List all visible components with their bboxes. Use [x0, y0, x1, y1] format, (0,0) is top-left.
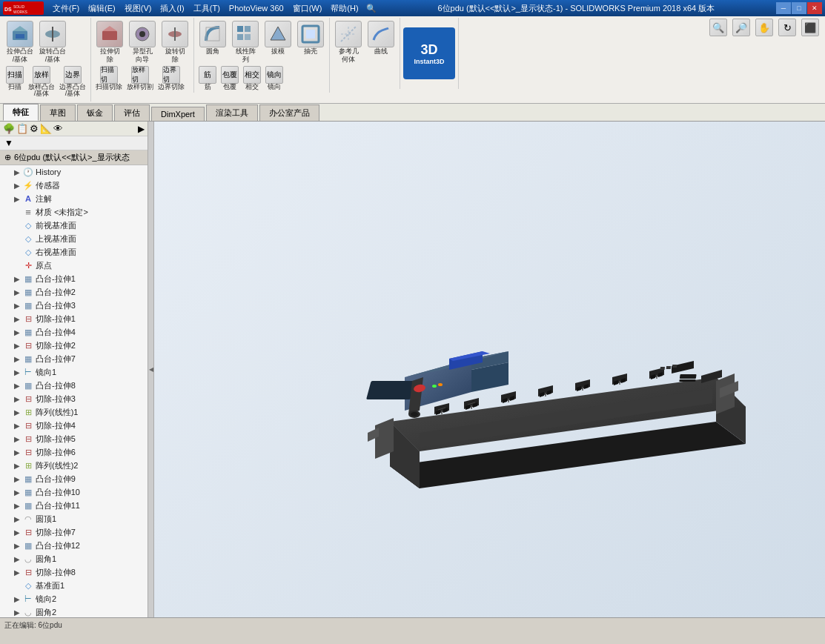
rib-btn[interactable]: 筋 筋 [197, 65, 218, 92]
view-zoom-in[interactable]: 🔍 [708, 18, 729, 37]
tree-item-boss12[interactable]: ▶ ▦ 凸台-拉伸12 [0, 539, 148, 552]
boss10-expand: ▶ [12, 487, 22, 497]
tree-item-boss10[interactable]: ▶ ▦ 凸台-拉伸10 [0, 485, 148, 499]
menu-window[interactable]: 窗口(W) [288, 3, 327, 14]
more-icon[interactable]: ▶ [138, 124, 145, 134]
tree-item-boss7[interactable]: ▶ ▦ 凸台-拉伸7 [0, 352, 148, 365]
tree-item-origin[interactable]: ▶ ✛ 原点 [0, 259, 148, 272]
tab-evaluate[interactable]: 评估 [114, 104, 150, 121]
tree-item-cut5[interactable]: ▶ ⊟ 切除-拉伸5 [0, 432, 148, 445]
tree-item-right-plane[interactable]: ▶ ◇ 右视基准面 [0, 245, 148, 259]
tree-item-boss4[interactable]: ▶ ▦ 凸台-拉伸4 [0, 325, 148, 339]
menu-tools[interactable]: 工具(T) [189, 3, 225, 14]
tree-item-cut7[interactable]: ▶ ⊟ 切除-拉伸7 [0, 525, 148, 539]
tab-sketch[interactable]: 草图 [40, 104, 76, 121]
tree-item-boss9[interactable]: ▶ ▦ 凸台-拉伸9 [0, 472, 148, 485]
tree-item-mirror1[interactable]: ▶ ⊢ 镜向1 [0, 365, 148, 379]
tree-item-cut8[interactable]: ▶ ⊟ 切除-拉伸8 [0, 565, 148, 579]
tab-render[interactable]: 渲染工具 [206, 104, 258, 121]
draft-btn[interactable]: 拔模 [262, 19, 294, 57]
extrude-cut-label: 拉伸切除 [100, 47, 120, 64]
tab-dimxpert[interactable]: DimXpert [151, 107, 205, 121]
svg-marker-20 [271, 27, 285, 40]
status-message: 正在编辑: 6位pdu [4, 620, 62, 631]
hole-wizard-btn[interactable]: 异型孔向导 [127, 19, 158, 65]
tree-item-boss8[interactable]: ▶ ▦ 凸台-拉伸8 [0, 379, 148, 392]
tree-item-cut4[interactable]: ▶ ⊟ 切除-拉伸4 [0, 419, 148, 432]
fillet1-icon: ◡ [22, 553, 34, 565]
tree-item-history[interactable]: ▶ 🕐 History [0, 165, 148, 179]
extrude-cut-btn[interactable]: 拉伸切除 [94, 19, 125, 65]
menu-insert[interactable]: 插入(I) [156, 3, 188, 14]
tree-item-boss2[interactable]: ▶ ▦ 凸台-拉伸2 [0, 285, 148, 299]
tree-item-boss3[interactable]: ▶ ▦ 凸台-拉伸3 [0, 299, 148, 312]
curves-btn[interactable]: 曲线 [365, 19, 397, 57]
boundary-boss-btn[interactable]: 边界 边界凸台/基体 [58, 65, 87, 99]
window-title: 6位pdu (默认<<默认>_显示状态-1) - SOLIDWORKS Prem… [377, 3, 776, 14]
tree-item-cut6[interactable]: ▶ ⊟ 切除-拉伸6 [0, 445, 148, 459]
tree-item-pattern1[interactable]: ▶ ⊞ 阵列(线性)1 [0, 405, 148, 419]
linear-pattern-btn[interactable]: 线性阵列 [230, 19, 261, 65]
svg-point-75 [411, 412, 418, 416]
tree-item-mirror2[interactable]: ▶ ⊢ 镜向2 [0, 592, 148, 605]
tree-item-sensor[interactable]: ▶ ⚡ 传感器 [0, 179, 148, 192]
config-manager-icon[interactable]: ⚙ [30, 123, 39, 134]
tree-item-pattern2[interactable]: ▶ ⊞ 阵列(线性)2 [0, 459, 148, 472]
tree-item-fillet1[interactable]: ▶ ◡ 圆角1 [0, 552, 148, 565]
panel-collapse-handle[interactable] [148, 122, 154, 617]
menu-view[interactable]: 视图(V) [120, 3, 156, 14]
menu-file[interactable]: 文件(F) [48, 3, 84, 14]
feature-manager-icon[interactable]: 🌳 [3, 123, 15, 134]
minimize-btn[interactable]: ─ [776, 2, 791, 14]
close-btn[interactable]: ✕ [807, 2, 822, 14]
tab-sheetmetal[interactable]: 钣金 [77, 104, 113, 121]
loft-boss-btn[interactable]: 放样 放样凸台/基体 [27, 65, 56, 99]
pattern1-icon: ⊞ [22, 406, 34, 418]
menu-help[interactable]: 帮助(H) [326, 3, 362, 14]
wrap-btn[interactable]: 包覆 包覆 [219, 65, 240, 92]
tree-item-dome1[interactable]: ▶ ◠ 圆顶1 [0, 512, 148, 525]
revolve-boss-btn[interactable]: 旋转凸台/基体 [37, 19, 68, 65]
view-pan[interactable]: ✋ [754, 18, 775, 37]
filter-icon[interactable]: ▼ [4, 138, 13, 148]
tree-item-front-plane[interactable]: ▶ ◇ 前视基准面 [0, 219, 148, 232]
tree-item-refplane1[interactable]: ▶ ◇ 基准面1 [0, 579, 148, 592]
ref-geometry-btn[interactable]: 参考几何体 [333, 19, 364, 65]
instant3d-btn[interactable]: 3D Instant3D [403, 27, 455, 79]
tab-features[interactable]: 特征 [3, 104, 39, 121]
tree-item-notes[interactable]: ▶ A 注解 [0, 192, 148, 205]
tree-item-material[interactable]: ▶ ≡ 材质 <未指定> [0, 205, 148, 219]
display-manager-icon[interactable]: 👁 [53, 123, 63, 134]
search-icon[interactable]: 🔍 [366, 4, 377, 13]
tree-item-cut2[interactable]: ▶ ⊟ 切除-拉伸2 [0, 339, 148, 352]
revolve-cut-btn[interactable]: 旋转切除 [159, 19, 190, 65]
3d-canvas[interactable] [154, 122, 825, 617]
view-options[interactable]: ⬛ [800, 18, 821, 37]
fillet-btn[interactable]: 圆角 [197, 19, 228, 57]
menu-edit[interactable]: 编辑(E) [84, 3, 120, 14]
tree-item-boss11[interactable]: ▶ ▦ 凸台-拉伸11 [0, 499, 148, 512]
property-manager-icon[interactable]: 📋 [16, 123, 28, 134]
dome1-expand: ▶ [12, 514, 22, 524]
tree-item-cut3[interactable]: ▶ ⊟ 切除-拉伸3 [0, 392, 148, 405]
sweep-btn[interactable]: 扫描 扫描 [4, 65, 25, 92]
tab-office[interactable]: 办公室产品 [259, 104, 319, 121]
loft-cut-btn[interactable]: 放样切 放样切割 [125, 65, 155, 92]
pattern2-expand: ▶ [12, 460, 22, 471]
sweep-cut-btn[interactable]: 扫描切 扫描切除 [94, 65, 124, 92]
ref-geometry-icon [335, 21, 362, 47]
view-zoom-out[interactable]: 🔎 [731, 18, 752, 37]
boundary-cut-btn[interactable]: 边界切 边界切除 [156, 65, 186, 92]
tree-item-fillet2[interactable]: ▶ ◡ 圆角2 [0, 605, 148, 617]
maximize-btn[interactable]: □ [792, 2, 806, 14]
mirror-btn[interactable]: 镜向 镜向 [264, 65, 285, 92]
tree-item-boss1[interactable]: ▶ ▦ 凸台-拉伸1 [0, 272, 148, 285]
dim-manager-icon[interactable]: 📐 [40, 123, 52, 134]
tree-item-cut1[interactable]: ▶ ⊟ 切除-拉伸1 [0, 312, 148, 325]
shell-btn[interactable]: 抽壳 [295, 19, 326, 57]
view-rotate[interactable]: ↻ [777, 18, 798, 37]
extrude-boss-btn[interactable]: 拉伸凸台/基体 [4, 19, 36, 65]
menu-photoview[interactable]: PhotoView 360 [225, 4, 288, 13]
intersect-btn[interactable]: 相交 相交 [242, 65, 262, 92]
tree-item-top-plane[interactable]: ▶ ◇ 上视基准面 [0, 232, 148, 245]
